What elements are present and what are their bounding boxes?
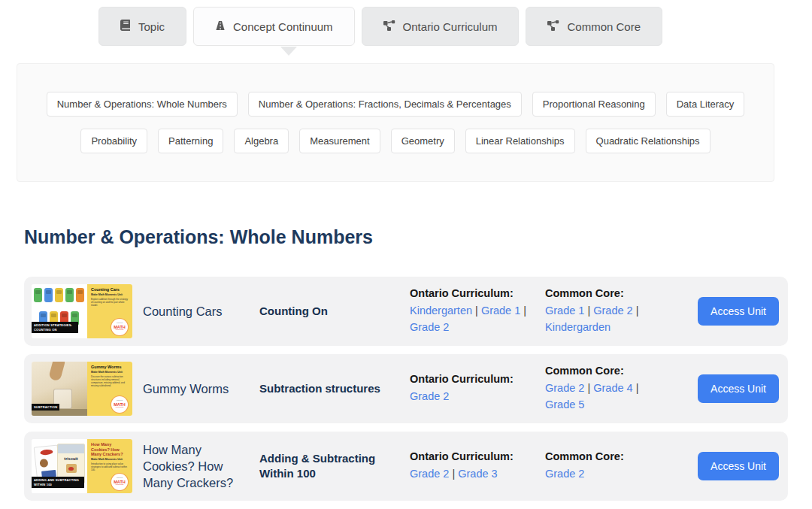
ontario-curriculum-col: Ontario Curriculum: Kindergarten | Grade… — [410, 287, 534, 336]
tab-label: Ontario Curriculum — [403, 20, 498, 33]
filter-tag[interactable]: Proportional Reasoning — [532, 92, 656, 117]
unit-row: triscuit ADDING AND SUBTRACTING WITHIN 1… — [24, 432, 788, 501]
thumbnail-art: SUBTRACTION — [32, 362, 87, 416]
grade-link[interactable]: Grade 2 — [545, 382, 584, 394]
unit-list: ADDITION STRATEGIES: COUNTING ON Countin… — [24, 277, 788, 501]
grade-link[interactable]: Grade 1 — [545, 304, 584, 317]
thumbnail-desc: Explore addition through the strategy of… — [91, 298, 129, 307]
making-math-moments-logo: makingMATHmoments — [111, 319, 128, 335]
tab-label: Topic — [138, 20, 165, 33]
unit-thumbnail[interactable]: SUBTRACTION Gummy Worms Make Math Moment… — [32, 362, 132, 416]
thumbnail-art: triscuit ADDING AND SUBTRACTING WITHIN 1… — [32, 439, 87, 493]
grade-link[interactable]: Grade 4 — [593, 382, 632, 394]
ontario-curriculum-label: Ontario Curriculum: — [410, 373, 534, 385]
unit-title: Counting Cars — [143, 303, 248, 320]
thumbnail-strategy-tag: SUBTRACTION — [32, 404, 59, 411]
filter-tag[interactable]: Patterning — [158, 129, 223, 153]
concept-filter-panel: Number & Operations: Whole Numbers Numbe… — [17, 63, 774, 182]
access-unit-button[interactable]: Access Unit — [698, 374, 779, 403]
access-unit-button[interactable]: Access Unit — [698, 297, 779, 326]
making-math-moments-logo: makingMATHmoments — [111, 396, 128, 413]
filter-row-1: Number & Operations: Whole Numbers Numbe… — [17, 92, 774, 117]
grade-link[interactable]: Grade 2 — [545, 468, 584, 480]
thumbnail-desc: Discover the various subtraction structu… — [91, 375, 129, 387]
section-title: Number & Operations: Whole Numbers — [24, 226, 812, 248]
unit-title: Gummy Worms — [143, 380, 248, 397]
thumbnail-art: ADDITION STRATEGIES: COUNTING ON — [32, 284, 87, 338]
grade-link[interactable]: Grade 5 — [545, 398, 584, 411]
filter-tag[interactable]: Number & Operations: Fractions, Decimals… — [248, 92, 522, 117]
thumbnail-panel: Counting Cars Make Math Moments Unit Exp… — [87, 284, 132, 338]
unit-concept: Adding & Subtracting Within 100 — [259, 451, 398, 482]
unit-thumbnail[interactable]: triscuit ADDING AND SUBTRACTING WITHIN 1… — [32, 439, 132, 493]
thumbnail-panel: How Many Cookies? How Many Crackers? Mak… — [87, 439, 132, 493]
thumbnail-title: How Many Cookies? How Many Crackers? — [91, 442, 129, 457]
common-core-col: Common Core: Grade 2 — [545, 450, 669, 483]
ontario-curriculum-label: Ontario Curriculum: — [410, 287, 534, 299]
ontario-curriculum-label: Ontario Curriculum: — [410, 450, 534, 462]
filter-tag[interactable]: Linear Relationships — [465, 129, 575, 153]
thumbnail-subtitle: Make Math Moments Unit — [91, 293, 129, 296]
thumbnail-title: Counting Cars — [91, 287, 129, 292]
grade-link[interactable]: Kindergarden — [545, 321, 611, 333]
grade-link[interactable]: Grade 2 — [410, 390, 449, 402]
unit-row: ADDITION STRATEGIES: COUNTING ON Countin… — [24, 277, 788, 346]
ontario-curriculum-col: Ontario Curriculum: Grade 2 | Grade 3 — [410, 450, 534, 483]
filter-row-2: Probability Patterning Algebra Measureme… — [17, 129, 774, 153]
common-core-label: Common Core: — [545, 287, 669, 299]
grade-link[interactable]: Grade 2 — [410, 321, 449, 333]
thumbnail-strategy-tag: ADDING AND SUBTRACTING WITHIN 100 — [32, 477, 84, 488]
making-math-moments-logo: makingMATHmoments — [111, 474, 128, 490]
unit-concept: Subtraction structures — [259, 381, 398, 396]
tab-label: Common Core — [567, 20, 641, 33]
view-tabs: Topic Concept Continuum Ontario Curricul… — [0, 0, 812, 46]
filter-tag[interactable]: Geometry — [391, 129, 455, 153]
ontario-curriculum-col: Ontario Curriculum: Grade 2 — [410, 373, 534, 405]
common-core-label: Common Core: — [545, 365, 669, 377]
filter-tag[interactable]: Data Literacy — [666, 92, 745, 117]
filter-tag[interactable]: Measurement — [299, 129, 380, 153]
common-core-col: Common Core: Grade 2 | Grade 4 | Grade 5 — [545, 365, 669, 414]
thumbnail-panel: Gummy Worms Make Math Moments Unit Disco… — [87, 362, 132, 416]
access-unit-button[interactable]: Access Unit — [698, 452, 779, 480]
thumbnail-strategy-tag: ADDITION STRATEGIES: COUNTING ON — [32, 322, 78, 333]
unit-concept: Counting On — [259, 304, 398, 319]
filter-tag[interactable]: Algebra — [234, 129, 289, 153]
thumbnail-subtitle: Make Math Moments Unit — [91, 458, 129, 461]
thumbnail-subtitle: Make Math Moments Unit — [91, 371, 129, 374]
grade-link[interactable]: Kindergarten — [410, 304, 472, 317]
unit-thumbnail[interactable]: ADDITION STRATEGIES: COUNTING ON Countin… — [32, 284, 132, 338]
filter-tag[interactable]: Probability — [80, 129, 147, 153]
active-tab-caret — [280, 47, 297, 56]
common-core-col: Common Core: Grade 1 | Grade 2 | Kinderg… — [545, 287, 669, 336]
unit-title: How Many Cookies? How Many Crackers? — [143, 441, 248, 492]
filter-tag[interactable]: Number & Operations: Whole Numbers — [47, 92, 238, 117]
grade-link[interactable]: Grade 2 — [410, 468, 449, 480]
grade-link[interactable]: Grade 1 — [481, 304, 520, 317]
filter-tag[interactable]: Quadratic Relationships — [586, 129, 710, 153]
tab-label: Concept Continuum — [233, 20, 333, 33]
sitemap-icon — [547, 20, 559, 33]
thumbnail-title: Gummy Worms — [91, 365, 129, 370]
tab-concept-continuum[interactable]: Concept Continuum — [193, 7, 355, 46]
grade-link[interactable]: Grade 3 — [458, 468, 497, 480]
tab-topic[interactable]: Topic — [98, 7, 186, 46]
product-label: triscuit — [58, 456, 84, 461]
sitemap-icon — [383, 20, 395, 33]
grade-link[interactable]: Grade 2 — [593, 304, 632, 317]
book-icon — [120, 20, 131, 33]
thumbnail-desc: Introduction to using place value strate… — [91, 462, 129, 471]
tab-common-core[interactable]: Common Core — [526, 7, 662, 46]
tab-ontario-curriculum[interactable]: Ontario Curriculum — [362, 7, 520, 46]
common-core-label: Common Core: — [545, 450, 669, 462]
road-icon — [215, 20, 226, 33]
unit-row: SUBTRACTION Gummy Worms Make Math Moment… — [24, 354, 788, 423]
